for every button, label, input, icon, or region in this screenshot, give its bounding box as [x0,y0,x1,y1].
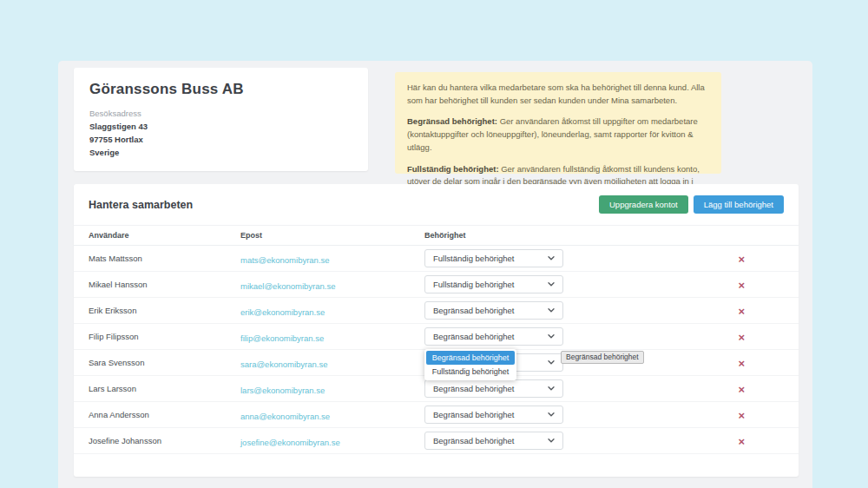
info-limited: Begränsad behörighet: Ger användaren åtk… [407,115,709,154]
email-link[interactable]: mikael@ekonomibyran.se [240,281,335,291]
permission-cell: Begränsad behörighet [424,327,672,346]
permission-cell: Begränsad behörighet [424,301,672,320]
permissions-info-box: Här kan du hantera vilka medarbetare som… [395,72,721,174]
remove-cell: × [672,381,784,397]
user-email-cell: sara@ekonomibyran.se [240,355,424,371]
chevron-down-icon [548,412,555,417]
dropdown-option-full[interactable]: Fullständig behörighet [426,365,515,379]
user-name: Filip Filipsson [89,332,240,341]
collaborations-card: Hantera samarbeten Uppgradera kontot Läg… [74,184,799,477]
company-name: Göranssons Buss AB [89,81,352,98]
table-row: Erik Eriksson erik@ekonomibyran.se Begrä… [74,298,799,324]
remove-user-button[interactable]: × [738,435,745,448]
permission-cell: Fullständig behörighet [424,249,672,267]
remove-user-button[interactable]: × [738,279,745,292]
column-header-user: Användare [89,231,240,240]
address-street: Slaggstigen 43 [89,120,352,133]
column-header-email: Epost [240,231,424,240]
dropdown-option-limited[interactable]: Begränsad behörighet [426,351,515,365]
user-email-cell: filip@ekonomibyran.se [240,329,424,345]
chevron-down-icon [548,308,555,313]
permission-cell: Begränsad behörighet [424,379,672,398]
remove-user-button[interactable]: × [738,409,745,422]
remove-user-button[interactable]: × [738,305,745,318]
permission-dropdown-menu: Begränsad behörighet Fullständig behörig… [424,349,516,380]
permission-selected-value: Begränsad behörighet [433,306,515,315]
permission-select[interactable]: Fullständig behörighet [424,249,563,267]
main-panel: Göranssons Buss AB Besöksadress Slaggsti… [58,61,812,488]
chevron-down-icon [548,334,555,339]
email-link[interactable]: lars@ekonomibyran.se [240,386,325,395]
table-row: Mikael Hansson mikael@ekonomibyran.se Fu… [74,272,799,298]
remove-cell: × [672,277,784,293]
company-card: Göranssons Buss AB Besöksadress Slaggsti… [74,68,368,171]
email-link[interactable]: erik@ekonomibyran.se [240,307,325,317]
column-header-permission: Behörighet [424,231,672,240]
user-name: Sara Svensson [89,358,240,367]
chevron-down-icon [548,439,555,443]
user-email-cell: lars@ekonomibyran.se [240,381,424,397]
address-country: Sverige [89,146,352,159]
permission-select[interactable]: Begränsad behörighet [424,432,563,450]
user-email-cell: mikael@ekonomibyran.se [240,277,424,293]
address-label: Besöksadress [89,107,352,120]
user-email-cell: mats@ekonomibyran.se [240,251,424,267]
permission-select[interactable]: Begränsad behörighet [424,327,563,346]
remove-cell: × [672,251,784,267]
user-name: Mikael Hansson [89,280,240,289]
chevron-down-icon [548,282,555,287]
permission-selected-value: Fullständig behörighet [433,280,514,289]
remove-user-button[interactable]: × [738,383,745,396]
permission-select[interactable]: Begränsad behörighet [424,379,563,398]
info-intro: Här kan du hantera vilka medarbetare som… [407,82,709,107]
permission-selected-value: Begränsad behörighet [433,436,515,445]
email-link[interactable]: sara@ekonomibyran.se [240,359,327,369]
address-postal-city: 97755 Hortlax [89,133,352,146]
card-title: Hantera samarbeten [89,199,599,211]
user-email-cell: erik@ekonomibyran.se [240,303,424,319]
permission-cell: Fullständig behörighet [424,275,672,293]
chevron-down-icon [548,386,555,391]
add-permission-button[interactable]: Lägg till behörighet [694,195,784,214]
permission-cell: Begränsad behörighet [424,406,672,424]
permission-cell: Begränsad behörighet [424,432,672,450]
info-full-label: Fullständig behörighet: [407,164,499,174]
info-limited-label: Begränsad behörighet: [407,116,497,126]
remove-cell: × [672,433,784,449]
table-header-row: Användare Epost Behörighet [74,226,799,246]
table-row: Filip Filipsson filip@ekonomibyran.se Be… [74,324,799,350]
user-name: Josefine Johansson [89,436,240,445]
remove-cell: × [672,329,784,345]
permission-selected-value: Begränsad behörighet [433,410,515,419]
card-header: Hantera samarbeten Uppgradera kontot Läg… [74,184,799,226]
user-name: Lars Larsson [89,384,240,393]
remove-user-button[interactable]: × [738,253,745,266]
user-email-cell: anna@ekonomibyran.se [240,407,424,423]
email-link[interactable]: mats@ekonomibyran.se [240,255,330,265]
user-name: Anna Andersson [89,410,240,419]
table-row: Josefine Johansson josefine@ekonomibyran… [74,428,799,454]
table-row: Mats Mattsson mats@ekonomibyran.se Fulls… [74,246,799,272]
permission-selected-value: Begränsad behörighet [433,384,515,393]
permission-select[interactable]: Begränsad behörighet [424,406,563,424]
remove-cell: × [672,355,784,371]
email-link[interactable]: filip@ekonomibyran.se [240,333,324,343]
email-link[interactable]: anna@ekonomibyran.se [240,412,330,421]
permission-select[interactable]: Fullständig behörighet [424,275,563,293]
chevron-down-icon [548,256,555,260]
permission-selected-value: Begränsad behörighet [433,332,515,341]
chevron-down-icon [548,360,555,365]
user-name: Erik Eriksson [89,306,240,315]
remove-user-button[interactable]: × [738,357,745,370]
upgrade-account-button[interactable]: Uppgradera kontot [599,195,688,214]
table-row: Anna Andersson anna@ekonomibyran.se Begr… [74,402,799,428]
user-email-cell: josefine@ekonomibyran.se [240,433,424,449]
remove-cell: × [672,303,784,319]
email-link[interactable]: josefine@ekonomibyran.se [240,438,340,447]
permission-select[interactable]: Begränsad behörighet [424,301,563,320]
permission-selected-value: Fullständig behörighet [433,254,514,263]
remove-cell: × [672,407,784,423]
permission-tooltip: Begränsad behörighet [561,351,644,364]
user-name: Mats Mattsson [89,254,240,263]
remove-user-button[interactable]: × [738,331,745,344]
